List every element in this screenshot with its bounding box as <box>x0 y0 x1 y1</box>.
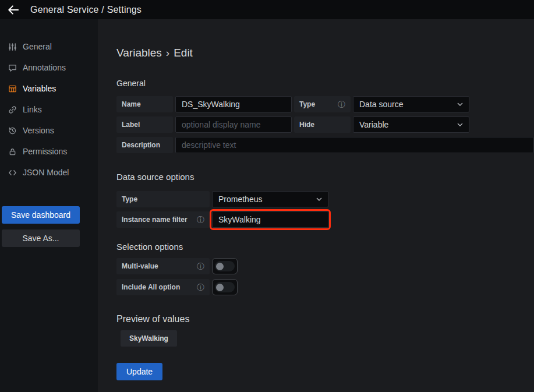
form-row-name-type: Name Type ⓘ Data source <box>116 96 534 112</box>
chevron-down-icon <box>457 103 463 106</box>
form-row-multi-value: Multi-value ⓘ <box>116 258 534 274</box>
sidebar-item-label: Links <box>23 105 42 114</box>
sidebar-item-label: Variables <box>23 84 56 93</box>
multi-value-label: Multi-value ⓘ <box>116 258 210 274</box>
breadcrumb-section: Variables <box>116 47 162 59</box>
page-title: General Service / Settings <box>30 5 142 15</box>
label-input[interactable] <box>175 116 292 133</box>
ds-type-label: Type <box>116 191 210 207</box>
include-all-label: Include All option ⓘ <box>116 279 210 295</box>
sidebar-item-links[interactable]: Links <box>0 99 98 120</box>
section-heading-selection-options: Selection options <box>116 242 534 252</box>
sidebar-actions: Save dashboard Save As... <box>0 206 98 247</box>
type-label: Type ⓘ <box>294 96 351 112</box>
sidebar-item-variables[interactable]: Variables <box>0 78 98 99</box>
ds-type-select[interactable]: Prometheus <box>212 191 328 207</box>
main-content: Variables›Edit General Name Type ⓘ Data … <box>98 19 534 392</box>
back-button[interactable] <box>7 3 20 16</box>
sidebar-item-json-model[interactable]: JSON Model <box>0 162 98 183</box>
arrow-left-icon <box>7 3 20 16</box>
section-heading-general: General <box>116 79 534 88</box>
lock-icon <box>8 147 17 156</box>
chevron-down-icon <box>316 197 322 201</box>
info-icon: ⓘ <box>197 284 204 291</box>
update-button[interactable]: Update <box>116 363 162 380</box>
info-icon: ⓘ <box>197 216 204 224</box>
app-window: General Service / Settings General Annot… <box>0 0 534 392</box>
body-row: General Annotations Variables Links <box>0 19 534 392</box>
instance-filter-input[interactable] <box>212 211 328 228</box>
sidebar-item-general[interactable]: General <box>0 36 98 57</box>
sidebar-item-label: Versions <box>23 126 54 135</box>
sidebar-item-permissions[interactable]: Permissions <box>0 141 98 162</box>
instance-filter-label: Instance name filter ⓘ <box>116 211 210 228</box>
toggle-track <box>215 282 235 292</box>
description-input[interactable] <box>175 137 534 153</box>
toggle-knob <box>216 284 224 291</box>
code-brackets-icon <box>8 168 17 177</box>
section-heading-preview: Preview of values <box>116 314 534 324</box>
name-label: Name <box>116 96 173 112</box>
form-row-include-all: Include All option ⓘ <box>116 279 534 295</box>
breadcrumb: Variables›Edit <box>116 47 534 59</box>
sidebar-item-label: General <box>23 42 52 51</box>
hide-label: Hide <box>294 116 351 133</box>
breadcrumb-separator: › <box>166 47 169 59</box>
type-select[interactable]: Data source <box>353 96 469 112</box>
info-icon: ⓘ <box>197 263 204 270</box>
breadcrumb-page: Edit <box>174 47 193 59</box>
sidebar-item-label: Permissions <box>23 147 67 156</box>
multi-value-toggle[interactable] <box>212 258 238 274</box>
link-icon <box>8 105 17 114</box>
preview-values: SkyWalking <box>116 330 534 347</box>
toggle-knob <box>216 263 224 270</box>
form-row-description: Description <box>116 137 534 153</box>
save-as-button[interactable]: Save As... <box>2 229 80 247</box>
section-heading-data-source-options: Data source options <box>116 172 534 182</box>
history-icon <box>8 126 17 135</box>
comment-icon <box>8 63 17 72</box>
form-row-label-hide: Label Hide Variable <box>116 116 534 133</box>
include-all-toggle[interactable] <box>212 279 238 295</box>
form-row-instance-filter: Instance name filter ⓘ <box>116 211 534 228</box>
info-icon: ⓘ <box>338 101 345 108</box>
table-icon <box>8 84 17 93</box>
toggle-track <box>215 261 235 271</box>
sliders-icon <box>8 43 17 51</box>
hide-select[interactable]: Variable <box>353 116 469 133</box>
save-dashboard-button[interactable]: Save dashboard <box>2 206 80 224</box>
chevron-down-icon <box>457 123 463 126</box>
sidebar-item-annotations[interactable]: Annotations <box>0 57 98 78</box>
header: General Service / Settings <box>0 0 534 19</box>
sidebar-item-versions[interactable]: Versions <box>0 120 98 141</box>
label-label: Label <box>116 116 173 133</box>
description-label: Description <box>116 137 173 153</box>
form-row-ds-type: Type Prometheus <box>116 191 534 207</box>
sidebar-item-label: JSON Model <box>23 168 69 177</box>
sidebar: General Annotations Variables Links <box>0 19 98 392</box>
sidebar-item-label: Annotations <box>23 63 66 72</box>
preview-value-chip: SkyWalking <box>121 330 177 347</box>
name-input[interactable] <box>175 96 292 112</box>
